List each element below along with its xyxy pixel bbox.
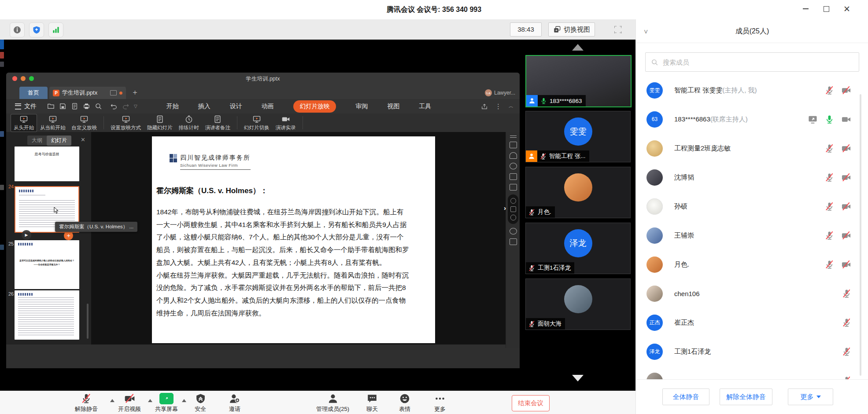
switch-view-button[interactable]: 切换视图 <box>548 22 595 37</box>
mic-off-icon[interactable] <box>824 260 835 270</box>
search-input[interactable] <box>662 58 853 66</box>
more-button[interactable]: 更多 <box>434 393 446 413</box>
fullscreen-button[interactable] <box>611 23 624 36</box>
mic-on-icon[interactable] <box>824 114 835 125</box>
member-row[interactable]: chen106 <box>636 279 868 308</box>
camera-off-icon[interactable] <box>841 202 852 212</box>
ribbon-presentation-record[interactable]: 演讲实录 <box>273 114 299 132</box>
unmute-button[interactable]: 解除静音 <box>75 393 98 413</box>
print-preview-icon[interactable] <box>95 103 102 110</box>
video-tile[interactable]: 泽龙 工测1石泽龙 <box>525 223 631 274</box>
network-status-button[interactable] <box>48 22 63 37</box>
member-row[interactable]: 63 183****6863(联席主持人) <box>636 105 868 134</box>
wps-file-menu[interactable]: 文件 <box>15 103 37 110</box>
member-row[interactable]: 正杰 崔正杰 <box>636 308 868 337</box>
save-icon[interactable] <box>59 103 66 110</box>
camera-off-icon[interactable] <box>841 143 852 154</box>
ribbon-slide-transition[interactable]: 幻灯片切换 <box>241 114 273 132</box>
chat-button[interactable]: 聊天 <box>366 393 378 413</box>
camera-off-icon[interactable] <box>841 172 852 183</box>
wps-home-tab[interactable]: 首页 <box>19 87 48 99</box>
ribbon-rehearse-timing[interactable]: 排练计时 <box>176 114 202 132</box>
emoji-button[interactable]: 表情 <box>399 393 410 413</box>
minimize-button[interactable] <box>795 0 816 18</box>
video-tile[interactable]: 面朝大海 <box>525 278 631 330</box>
manage-members-button[interactable]: 管理成员(25) <box>316 393 349 413</box>
security-button[interactable]: 安全 <box>195 393 206 413</box>
menu-tools[interactable]: 工具 <box>419 103 431 110</box>
mic-off-icon[interactable] <box>824 231 835 241</box>
scroll-videos-down[interactable] <box>520 375 635 381</box>
menu-slideshow-active[interactable]: 幻灯片放映 <box>293 100 336 113</box>
print-icon[interactable] <box>83 103 90 110</box>
camera-on-icon[interactable] <box>841 114 852 125</box>
menu-start[interactable]: 开始 <box>166 103 179 110</box>
video-tile-self[interactable]: 183****6863 <box>525 55 632 107</box>
invite-button[interactable]: 邀请 <box>229 393 240 413</box>
camera-off-icon[interactable] <box>841 260 852 270</box>
pane-comment-icon[interactable] <box>510 184 517 191</box>
redo-icon[interactable] <box>122 103 129 110</box>
more-menu-icon[interactable]: ⋮ <box>495 103 502 110</box>
new-tab-button[interactable]: ＋ <box>131 87 139 97</box>
member-row[interactable]: 孙硕 <box>636 192 868 221</box>
member-row[interactable]: 月色. <box>636 250 868 279</box>
image-pane-icon[interactable] <box>510 238 517 245</box>
member-row[interactable]: 雯雯 智能工程 张雯雯(主持人, 我) <box>636 76 868 105</box>
ribbon-from-beginning[interactable]: 从头开始 <box>11 114 37 132</box>
member-row[interactable]: 沈博韬 <box>636 163 868 192</box>
ribbon-hide-slide[interactable]: 隐藏幻灯片 <box>144 114 176 132</box>
slide-thumbnail-25[interactable]: 是否可以在危难时牺牲少数人的性命以换多数人的性命？ ——生命权衡是否被允许？ <box>15 240 79 289</box>
sharing-screen-icon[interactable] <box>807 114 818 125</box>
meeting-security-button[interactable] <box>29 22 44 37</box>
pane-animation-icon[interactable] <box>510 173 517 180</box>
history-icon[interactable] <box>510 228 517 234</box>
slide-thumbnail-26[interactable] <box>15 290 79 340</box>
ribbon-setup-show[interactable]: 设置放映方式 <box>107 114 144 132</box>
collapse-ribbon-icon[interactable]: ︿ <box>509 103 513 110</box>
member-search-box[interactable] <box>645 52 859 72</box>
close-button[interactable]: ✕ <box>837 0 857 18</box>
tab-outline[interactable]: 大纲 <box>27 137 47 144</box>
undo-icon[interactable] <box>110 103 118 110</box>
audio-options-arrow[interactable] <box>110 399 115 402</box>
open-icon[interactable] <box>47 103 55 110</box>
meeting-info-button[interactable] <box>10 22 25 37</box>
ribbon-from-current[interactable]: 从当前开始 <box>37 114 69 132</box>
more-actions-button[interactable]: 更多 <box>788 388 833 405</box>
scroll-videos-up[interactable] <box>520 44 635 51</box>
member-row[interactable]: 王辅崇 <box>636 221 868 250</box>
mic-off-icon[interactable] <box>842 347 852 357</box>
camera-off-icon[interactable] <box>841 85 852 95</box>
tab-slides[interactable]: 幻灯片 <box>47 136 71 146</box>
export-icon[interactable] <box>71 103 78 110</box>
mic-off-icon[interactable] <box>824 202 835 212</box>
video-tile-host[interactable]: 雯雯 智能工程 张... <box>525 111 631 162</box>
video-options-arrow[interactable] <box>148 399 152 402</box>
menu-review[interactable]: 审阅 <box>355 103 368 110</box>
mic-off-icon[interactable] <box>842 376 852 380</box>
mic-off-icon[interactable] <box>824 143 835 154</box>
ribbon-custom-show[interactable]: 自定义放映 <box>69 114 100 132</box>
ribbon-speaker-notes[interactable]: 演讲者备注 <box>202 114 234 132</box>
play-from-slide-button[interactable]: ▶ <box>22 230 31 240</box>
maximize-button[interactable] <box>816 0 836 18</box>
menu-design[interactable]: 设计 <box>230 103 242 110</box>
pane-design-icon[interactable] <box>510 163 517 169</box>
pane-layout-icon[interactable] <box>510 142 517 148</box>
wps-account[interactable]: La Lawyer... <box>485 89 515 96</box>
camera-off-icon[interactable] <box>841 231 852 241</box>
mic-off-icon[interactable] <box>842 318 852 328</box>
mic-off-icon[interactable] <box>824 172 835 183</box>
wps-document-tab[interactable]: P 学生培训.pptx <box>49 87 126 99</box>
thumbnail-scrollbar[interactable] <box>87 304 89 339</box>
new-slide-button[interactable]: ＋ <box>64 231 73 240</box>
share-screen-button[interactable]: 共享屏幕 <box>155 393 178 413</box>
quickbar-dropdown-icon[interactable]: ▽ <box>134 104 137 109</box>
mic-off-icon[interactable] <box>842 289 852 299</box>
slide-thumbnail-23[interactable]: 思考与价值选择 <box>15 147 79 181</box>
pane-list-icon[interactable] <box>510 136 517 138</box>
pane-shapes-icon[interactable] <box>510 152 517 159</box>
member-row-partial[interactable] <box>636 366 868 379</box>
video-tile[interactable]: 月色. <box>525 167 631 218</box>
